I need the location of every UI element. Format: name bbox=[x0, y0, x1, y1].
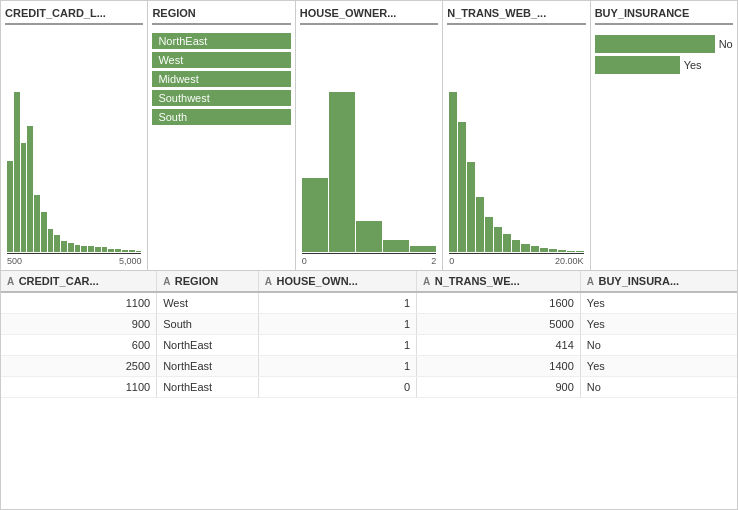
table-cell: West bbox=[157, 292, 259, 314]
table-header-cell: A CREDIT_CAR... bbox=[1, 271, 157, 292]
table-row: 600NorthEast1414No bbox=[1, 335, 737, 356]
table-cell: Yes bbox=[580, 356, 737, 377]
table-row: 900South15000Yes bbox=[1, 314, 737, 335]
panel-title-region: REGION bbox=[152, 7, 290, 19]
panel-buy-insurance: BUY_INSURANCE NoYes bbox=[591, 1, 737, 270]
table-cell: Yes bbox=[580, 292, 737, 314]
table-cell: 1100 bbox=[1, 292, 157, 314]
hist-chart-house-owner: 0 2 bbox=[300, 31, 438, 266]
bar bbox=[136, 251, 142, 252]
table-cell: 414 bbox=[417, 335, 581, 356]
bar bbox=[108, 249, 114, 252]
axis-min-credit-card: 500 bbox=[7, 256, 22, 266]
panel-underline-buyins bbox=[595, 23, 733, 25]
axis-line bbox=[7, 253, 141, 254]
col-type: A bbox=[265, 276, 275, 287]
table-cell: 900 bbox=[417, 377, 581, 398]
table-body: 1100West11600Yes900South15000Yes600North… bbox=[1, 292, 737, 398]
bar bbox=[383, 240, 409, 252]
panel-underline bbox=[5, 23, 143, 25]
region-item[interactable]: Midwest bbox=[152, 71, 290, 87]
table-cell: 900 bbox=[1, 314, 157, 335]
table-cell: 0 bbox=[258, 377, 416, 398]
panel-title-n-trans-web: N_TRANS_WEB_... bbox=[447, 7, 585, 19]
axis-max-house: 2 bbox=[431, 256, 436, 266]
table-row: 1100West11600Yes bbox=[1, 292, 737, 314]
bar bbox=[467, 162, 475, 252]
bar bbox=[75, 245, 81, 252]
bar bbox=[540, 248, 548, 252]
buy-ins-label: No bbox=[719, 38, 733, 50]
region-item[interactable]: South bbox=[152, 109, 290, 125]
bar bbox=[41, 212, 47, 252]
data-table: A CREDIT_CAR...A REGIONA HOUSE_OWN...A N… bbox=[1, 271, 737, 398]
axis-min-ntrans: 0 bbox=[449, 256, 454, 266]
bar bbox=[567, 251, 575, 252]
buy-ins-container: NoYes bbox=[595, 35, 733, 74]
axis-labels-house-owner: 0 2 bbox=[300, 256, 438, 266]
table-cell: 1400 bbox=[417, 356, 581, 377]
bar bbox=[129, 250, 135, 252]
bar bbox=[512, 240, 520, 252]
bar bbox=[88, 246, 94, 252]
bar bbox=[449, 92, 457, 252]
bar bbox=[476, 197, 484, 252]
table-cell: NorthEast bbox=[157, 356, 259, 377]
buy-ins-item: Yes bbox=[595, 56, 733, 74]
bars-container-credit-card bbox=[5, 72, 143, 252]
table-cell: 1 bbox=[258, 335, 416, 356]
bar bbox=[329, 92, 355, 252]
table-cell: No bbox=[580, 335, 737, 356]
bar bbox=[27, 126, 33, 252]
table-cell: 5000 bbox=[417, 314, 581, 335]
bar bbox=[458, 122, 466, 252]
bar bbox=[558, 250, 566, 252]
col-type: A bbox=[163, 276, 173, 287]
hist-chart-credit-card: 500 5,000 bbox=[5, 31, 143, 266]
panel-title-credit-card: CREDIT_CARD_L... bbox=[5, 7, 143, 19]
table-row: 2500NorthEast11400Yes bbox=[1, 356, 737, 377]
bar bbox=[34, 195, 40, 252]
bar bbox=[48, 229, 54, 252]
table-cell: South bbox=[157, 314, 259, 335]
table-header-cell: A REGION bbox=[157, 271, 259, 292]
bar bbox=[356, 221, 382, 252]
table-cell: NorthEast bbox=[157, 335, 259, 356]
bar bbox=[122, 250, 128, 252]
table-header-cell: A N_TRANS_WE... bbox=[417, 271, 581, 292]
panel-title-buy-insurance: BUY_INSURANCE bbox=[595, 7, 733, 19]
region-item[interactable]: Southwest bbox=[152, 90, 290, 106]
col-type: A bbox=[7, 276, 17, 287]
histogram-row: CREDIT_CARD_L... 500 5,000 REGION NorthE… bbox=[1, 1, 737, 271]
table-cell: 1 bbox=[258, 356, 416, 377]
axis-line-house bbox=[302, 253, 436, 254]
region-item[interactable]: NorthEast bbox=[152, 33, 290, 49]
table-cell: 1 bbox=[258, 292, 416, 314]
panel-house-owner: HOUSE_OWNER... 0 2 bbox=[296, 1, 443, 270]
bar bbox=[521, 244, 529, 252]
axis-labels-credit-card: 500 5,000 bbox=[5, 256, 143, 266]
bar bbox=[102, 247, 108, 252]
bar bbox=[485, 217, 493, 252]
panel-underline-region bbox=[152, 23, 290, 25]
panel-underline-house bbox=[300, 23, 438, 25]
table-cell: 2500 bbox=[1, 356, 157, 377]
panel-region: REGION NorthEastWestMidwestSouthwestSout… bbox=[148, 1, 295, 270]
bar bbox=[576, 251, 584, 252]
bar bbox=[14, 92, 20, 252]
bar bbox=[302, 178, 328, 252]
table-header-row: A CREDIT_CAR...A REGIONA HOUSE_OWN...A N… bbox=[1, 271, 737, 292]
axis-max-credit-card: 5,000 bbox=[119, 256, 142, 266]
bar bbox=[95, 247, 101, 252]
bars-container-house-owner bbox=[300, 72, 438, 252]
region-item[interactable]: West bbox=[152, 52, 290, 68]
bar bbox=[7, 161, 13, 252]
bar bbox=[531, 246, 539, 252]
bar bbox=[81, 246, 87, 252]
table-cell: 1600 bbox=[417, 292, 581, 314]
region-list: NorthEastWestMidwestSouthwestSouth bbox=[152, 33, 290, 125]
panel-credit-card: CREDIT_CARD_L... 500 5,000 bbox=[1, 1, 148, 270]
bar bbox=[54, 235, 60, 252]
table-header-cell: A HOUSE_OWN... bbox=[258, 271, 416, 292]
table-header-cell: A BUY_INSURA... bbox=[580, 271, 737, 292]
